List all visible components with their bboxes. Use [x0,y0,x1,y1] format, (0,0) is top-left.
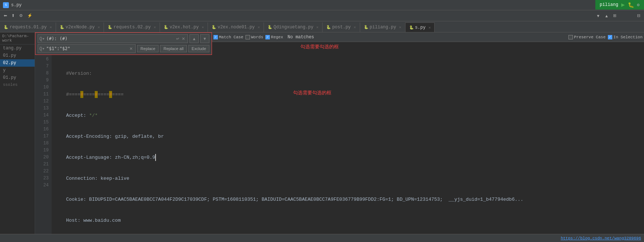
words-label: Words [251,35,263,39]
tab-s[interactable]: 🐍 s.py ✕ [405,22,435,32]
line-num-6: 6 [35,56,49,63]
in-selection-checkbox[interactable]: ✓ In Selection [608,35,643,39]
find-input[interactable] [46,36,175,41]
toolbar-btn-filter[interactable]: ⊟ [636,13,642,19]
replace-clear-btn[interactable]: ✕ [128,46,134,52]
find-input-wrap: Q▾ ↵ ✕ [38,34,188,43]
line-num-18: 18 [35,140,49,147]
toolbar-btn-3[interactable]: ⚙ [18,13,24,19]
line-num-8: 8 [35,70,49,77]
tab-bar: 🐍 requests.01.py ✕ 🐍 v2exNode.py ✕ 🐍 req… [0,21,644,32]
find-replace-bar: Q▾ ↵ ✕ ▲ ▼ Q▾ ✕ Replace Replace all Excl… [35,32,212,55]
preserve-case-checkbox[interactable]: Preserve Case [568,35,606,39]
search-options-bar: ✓ Match Case Words ✓ Regex No matches Pr… [212,32,644,42]
toolbar-btn-2[interactable]: ⬆ [10,13,16,19]
tab-qdingxuetang-label: Qdingxuetang.py [274,25,313,30]
editor-area: Q▾ ↵ ✕ ▲ ▼ Q▾ ✕ Replace Replace all Excl… [35,32,644,234]
line-num-9: 9 [35,77,49,84]
match-case-checkbox[interactable]: ✓ Match Case [213,35,243,39]
line-num-21: 21 [35,161,49,168]
find-prev-btn[interactable]: ▲ [189,34,199,43]
tab-v2exnode-label: v2exNode.py [66,25,95,30]
code-line-8: Accept: */* [55,112,641,119]
tab-v2exhot[interactable]: 🐍 v2ex.hot.py ✕ [160,22,208,32]
tab-close-8[interactable]: ✕ [428,25,431,30]
debug-icon[interactable]: 🐛 [628,2,634,8]
in-selection-label: In Selection [613,35,643,39]
app-icon: s [3,2,9,8]
words-checkbox[interactable]: Words [246,35,263,39]
tab-close-0[interactable]: ✕ [50,25,52,29]
tab-v2exnode01-label: v2ex.node01.py [217,25,255,30]
code-line-9: Accept-Encoding: gzip, deflate, br [55,133,641,140]
toolbar-btn-7[interactable]: ⊞ [612,13,618,19]
line-num-22: 22 [35,168,49,175]
tab-close-7[interactable]: ✕ [399,25,401,29]
replace-input-wrap: Q▾ ✕ [38,44,136,53]
sidebar-path: D:\Pacharm-work [0,32,35,45]
tab-requests02[interactable]: 🐍 requests.02.py ✕ [104,22,160,32]
regex-label: Regex [271,35,283,39]
sidebar-file-01b[interactable]: 01.py [0,74,35,81]
code-line-7: #====#====#====#==== [55,91,641,98]
tab-s-label: s.py [415,25,426,30]
find-row: Q▾ ↵ ✕ ▲ ▼ [38,34,209,43]
sidebar-file-02[interactable]: 02.py [0,59,35,67]
regex-checkbox[interactable]: ✓ Regex [265,35,283,39]
sidebar-section: ssoles [0,81,35,88]
replace-button[interactable]: Replace [137,45,159,52]
title-bar: s s.py ⚙ ⚡ 🔧 piliang ▶ 🐛 ⚙ [0,0,644,10]
code-line-11: Connection: keep-alive [55,175,641,182]
line-num-23: 23 [35,175,49,182]
tab-post-label: post.py [332,25,351,30]
exclude-button[interactable]: Exclude [188,45,209,52]
toolbar-btn-4[interactable]: ⚡ [26,13,34,19]
tab-requests02-label: requests.02.py [114,25,151,30]
settings-icon[interactable]: ⚙ [637,2,640,8]
find-clear-btn[interactable]: ↵ [175,36,181,42]
tab-v2exnode[interactable]: 🐍 v2exNode.py ✕ [56,22,104,32]
match-case-label: Match Case [219,35,243,39]
replace-row: Q▾ ✕ Replace Replace all Exclude [38,44,209,53]
code-content[interactable]: #Version: #====#====#====#==== Accept: *… [52,55,644,234]
toolbar-btn-1[interactable]: ⬅ [2,13,8,19]
tab-piliang[interactable]: 🐍 piliang.py ✕ [360,22,405,32]
tab-close-6[interactable]: ✕ [354,25,356,29]
no-matches-label: No matches [285,34,316,41]
sidebar-file-y[interactable]: y [0,67,35,74]
toolbar-btn-6[interactable]: ▲ [603,13,610,19]
remote-label: piliang [600,2,618,7]
find-next-btn[interactable]: ▼ [200,34,209,43]
code-editor[interactable]: 6 7 8 9 10 11 12 13 14 15 16 17 18 19 20… [35,32,644,234]
line-num-10: 10 [35,84,49,91]
tab-close-3[interactable]: ✕ [202,25,204,29]
tab-qdingxuetang[interactable]: 🐍 Qdingxuetang.py ✕ [264,22,323,32]
tab-close-2[interactable]: ✕ [154,25,156,29]
words-checkbox-box [246,35,250,39]
tab-requests01[interactable]: 🐍 requests.01.py ✕ [0,22,56,32]
line-num-12: 12 [35,98,49,105]
tab-requests01-label: requests.01.py [10,25,47,30]
tab-piliang-label: piliang.py [370,25,396,30]
find-close-btn[interactable]: ✕ [181,36,186,42]
sidebar-file-01[interactable]: 01.py [0,52,35,59]
code-line-6: #Version: [55,70,641,77]
replace-all-button[interactable]: Replace all [160,45,187,52]
line-num-16: 16 [35,126,49,133]
sidebar-file-tang[interactable]: tang.py [0,45,35,52]
tab-v2exnode01[interactable]: 🐍 v2ex.node01.py ✕ [208,22,264,32]
tab-close-4[interactable]: ✕ [258,25,260,29]
run-icon[interactable]: ▶ [621,1,625,8]
replace-input[interactable] [46,46,128,51]
line-num-17: 17 [35,133,49,140]
code-line-10: Accept-Language: zh-CN,zh;q=0.9 [55,154,641,161]
status-url[interactable]: https://blog.csdn.net/wang3289696 [561,236,641,241]
tab-post[interactable]: 🐍 post.py ✕ [323,22,360,32]
toolbar-btn-5[interactable]: ▼ [595,13,602,19]
tab-close-5[interactable]: ✕ [316,25,318,29]
preserve-case-label: Preserve Case [574,35,606,39]
line-num-15: 15 [35,119,49,126]
tab-close-1[interactable]: ✕ [98,25,100,29]
line-num-19: 19 [35,147,49,154]
in-selection-checkbox-box: ✓ [608,35,612,39]
